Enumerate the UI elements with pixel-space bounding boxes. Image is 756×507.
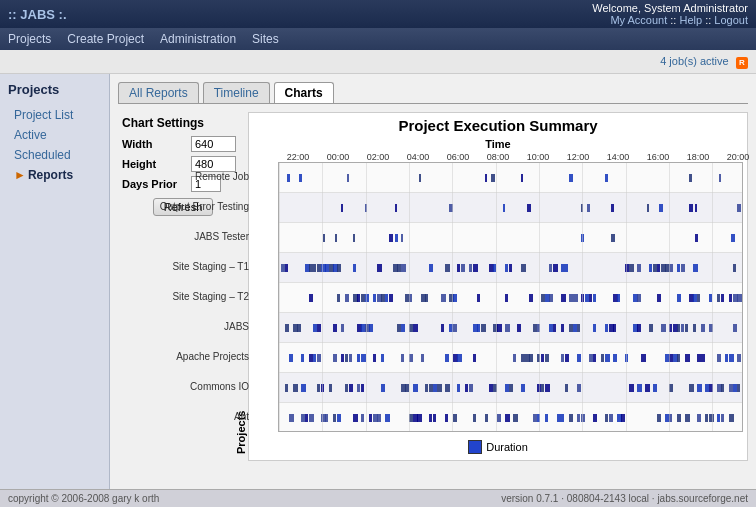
jobs-active-link[interactable]: 4 job(s) active <box>660 55 728 67</box>
nav-administration[interactable]: Administration <box>160 32 236 46</box>
grid-line-2 <box>366 163 367 431</box>
grid-line-5 <box>496 163 497 431</box>
bar-segment <box>637 384 642 392</box>
bar-segment <box>565 264 568 272</box>
nav-projects[interactable]: Projects <box>8 32 51 46</box>
bar-segment <box>309 294 313 302</box>
height-input[interactable] <box>191 156 236 172</box>
bar-segment <box>577 414 580 422</box>
bar-segment <box>505 264 508 272</box>
bar-segment <box>361 384 364 392</box>
bar-segment <box>441 294 446 302</box>
bar-segment <box>719 174 721 182</box>
time-label-9: 16:00 <box>638 152 678 162</box>
bar-segment <box>381 354 384 362</box>
help-link[interactable]: Help <box>679 14 702 26</box>
tab-all-reports[interactable]: All Reports <box>118 82 199 103</box>
nav-sites[interactable]: Sites <box>252 32 279 46</box>
bar-segment <box>385 414 390 422</box>
grid-line-7 <box>582 163 583 431</box>
bar-segment <box>681 264 685 272</box>
bar-segment <box>377 414 381 422</box>
bar-segment <box>333 324 337 332</box>
bar-segment <box>637 264 641 272</box>
bar-segment <box>469 264 472 272</box>
bar-segment <box>549 264 552 272</box>
bar-segment <box>561 324 564 332</box>
bar-segment <box>425 384 428 392</box>
bar-segment <box>545 384 550 392</box>
bar-segment <box>509 384 513 392</box>
sidebar-item-reports[interactable]: ►Reports <box>8 165 101 185</box>
bar-segment <box>349 384 353 392</box>
sidebar-item-scheduled[interactable]: Scheduled <box>8 145 101 165</box>
bar-segment <box>341 204 343 212</box>
width-input[interactable] <box>191 136 236 152</box>
row-label-1: Output Error Testing <box>153 201 253 212</box>
bar-segment <box>345 384 348 392</box>
bar-segment <box>389 234 393 242</box>
bar-segment <box>737 294 742 302</box>
bar-segment <box>477 324 480 332</box>
bar-segment <box>729 294 732 302</box>
bar-segment <box>473 414 476 422</box>
sidebar-item-active[interactable]: Active <box>8 125 101 145</box>
my-account-link[interactable]: My Account <box>610 14 667 26</box>
bar-segment <box>657 264 660 272</box>
bar-segment <box>333 414 336 422</box>
tab-timeline[interactable]: Timeline <box>203 82 270 103</box>
time-label-10: 18:00 <box>678 152 718 162</box>
bar-segment <box>401 324 405 332</box>
logout-link[interactable]: Logout <box>714 14 748 26</box>
sidebar-item-project-list[interactable]: Project List <box>8 105 101 125</box>
nav-create-project[interactable]: Create Project <box>67 32 144 46</box>
bar-segment <box>293 384 298 392</box>
main-layout: Projects Project List Active Scheduled ►… <box>0 74 756 495</box>
bar-segment <box>457 384 460 392</box>
bar-segment <box>285 384 288 392</box>
height-row: Height <box>122 156 244 172</box>
bar-segment <box>685 414 690 422</box>
chart-area: Project Execution Summary Time 22:00 00:… <box>248 112 748 461</box>
bar-segment <box>325 414 328 422</box>
bar-segment <box>413 384 418 392</box>
bar-segment <box>301 384 306 392</box>
bar-segment <box>689 174 692 182</box>
bar-segment <box>401 354 404 362</box>
bar-segment <box>445 354 449 362</box>
chart-row-1 <box>279 193 742 223</box>
bar-segment <box>373 354 376 362</box>
bar-segment <box>377 264 382 272</box>
tabs: All Reports Timeline Charts <box>118 82 748 104</box>
bar-segment <box>413 324 418 332</box>
grid-line-3 <box>409 163 410 431</box>
bar-segment <box>437 384 442 392</box>
bar-segment <box>565 354 569 362</box>
bar-segment <box>369 324 373 332</box>
bar-segment <box>313 354 316 362</box>
bar-segment <box>369 414 372 422</box>
bar-segment <box>345 354 348 362</box>
grid-line-0 <box>279 163 280 431</box>
bar-segment <box>677 264 680 272</box>
tab-charts[interactable]: Charts <box>274 82 334 103</box>
bar-segment <box>285 264 288 272</box>
bar-segment <box>695 234 698 242</box>
bar-segment <box>725 354 728 362</box>
bar-segment <box>717 414 720 422</box>
row-label-5: JABS <box>153 321 253 332</box>
bar-segment <box>717 354 721 362</box>
bar-segment <box>701 324 705 332</box>
bar-segment <box>593 324 596 332</box>
bar-segment <box>605 414 608 422</box>
bar-segment <box>659 204 663 212</box>
bar-segment <box>337 264 341 272</box>
bar-segment <box>445 264 450 272</box>
bar-segment <box>517 324 521 332</box>
bar-segment <box>649 324 653 332</box>
chart-title: Project Execution Summary <box>253 117 743 134</box>
bar-segment <box>353 264 356 272</box>
bar-segment <box>545 414 548 422</box>
bar-segment <box>653 384 657 392</box>
bar-segment <box>689 204 693 212</box>
